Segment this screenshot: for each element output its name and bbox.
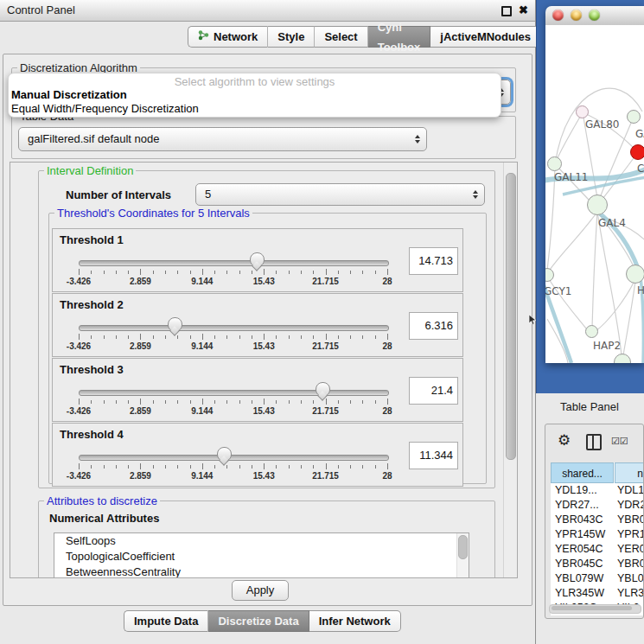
slider-tick xyxy=(350,271,351,274)
column-header-name[interactable]: na xyxy=(615,462,644,483)
tab-jactivemnodules[interactable]: jActiveMNodules xyxy=(430,26,541,48)
slider-tick xyxy=(177,271,178,274)
threshold-slider-thumb[interactable] xyxy=(316,382,330,397)
network-node[interactable] xyxy=(627,110,641,124)
scrollbar-thumb[interactable] xyxy=(552,606,632,610)
threshold-card: Threshold 3-3.4262.8599.14415.4321.71528… xyxy=(52,358,463,422)
gear-icon[interactable]: ⚙ xyxy=(558,431,571,450)
slider-tick-label: 21.715 xyxy=(304,471,348,481)
network-node-selected[interactable] xyxy=(630,144,644,160)
cell-shared-name: YLR345W xyxy=(555,586,604,601)
zoom-traffic-light[interactable] xyxy=(589,10,600,21)
slider-tick xyxy=(128,400,129,404)
slider-tick xyxy=(375,465,376,469)
table-row[interactable]: YBL079WYBL0 xyxy=(551,571,644,586)
slider-tick xyxy=(128,271,129,274)
panel-title: Control Panel xyxy=(7,3,75,16)
tab-network[interactable]: Network xyxy=(188,26,268,48)
threshold-slider-track[interactable] xyxy=(79,455,389,461)
slider-tick xyxy=(177,400,178,404)
threshold-label: Threshold 4 xyxy=(60,428,124,441)
attribute-list-item[interactable]: SelfLoops xyxy=(54,533,469,549)
tab-infer-network[interactable]: Infer Network xyxy=(309,610,401,632)
node-table: shared... na YDL19...YDL1YDR27...YDR2YBR… xyxy=(551,462,644,604)
slider-tick xyxy=(362,335,363,339)
slider-tick-label: 9.144 xyxy=(181,406,224,416)
slider-tick xyxy=(91,271,92,274)
float-window-icon[interactable] xyxy=(501,6,512,16)
tab-impute-data[interactable]: Impute Data xyxy=(124,610,208,632)
slider-tick xyxy=(104,271,105,274)
threshold-slider-track[interactable] xyxy=(79,390,389,396)
table-row[interactable]: YPR145WYPR1 xyxy=(551,527,644,542)
slider-tick xyxy=(226,400,227,404)
slider-tick xyxy=(326,399,327,405)
table-row[interactable]: YLR345WYLR3 xyxy=(551,586,644,601)
tab-style[interactable]: Style xyxy=(268,26,315,48)
cell-shared-name: YDL19... xyxy=(555,483,597,498)
threshold-value-field[interactable]: 6.316 xyxy=(409,312,458,340)
slider-tick xyxy=(140,269,141,275)
threshold-slider-track[interactable] xyxy=(79,260,389,266)
bottom-tab-bar: Impute DataDiscretize DataInfer Network xyxy=(124,610,401,632)
slider-tick xyxy=(202,269,203,275)
slider-tick xyxy=(326,334,327,340)
threshold-slider-thumb[interactable] xyxy=(168,317,182,332)
interval-definition-title: Interval Definition xyxy=(44,164,136,177)
threshold-value-field[interactable]: 11.344 xyxy=(409,442,458,469)
threshold-slider-track[interactable] xyxy=(79,325,389,331)
attribute-list-item[interactable]: BetweennessCentrality xyxy=(54,564,469,578)
slider-tick-label: -3.426 xyxy=(57,277,100,286)
close-icon[interactable]: ✖ xyxy=(519,3,528,16)
table-panel-title: Table Panel xyxy=(560,400,619,413)
top-tab-bar: NetworkStyleSelectCyni ToolboxjActiveMNo… xyxy=(188,26,541,48)
network-node[interactable] xyxy=(626,265,644,284)
columns-icon[interactable] xyxy=(586,434,602,450)
network-node[interactable] xyxy=(587,194,608,215)
slider-tick xyxy=(338,465,339,469)
slider-tick xyxy=(226,271,227,274)
attribute-list-item[interactable]: TopologicalCoefficient xyxy=(54,549,469,564)
settings-vertical-scrollbar[interactable] xyxy=(503,163,517,577)
network-node[interactable] xyxy=(585,325,598,338)
network-node[interactable] xyxy=(547,156,562,171)
threshold-slider-thumb[interactable] xyxy=(217,447,232,462)
table-row[interactable]: YDL19...YDL1 xyxy=(551,483,644,498)
attributes-scrollbar[interactable] xyxy=(456,533,469,578)
tab-select[interactable]: Select xyxy=(315,26,367,48)
num-intervals-combobox[interactable]: 5 xyxy=(195,183,485,206)
network-node[interactable] xyxy=(576,105,589,118)
column-header-shared-name[interactable]: shared... xyxy=(551,462,614,483)
checkboxes-icon[interactable]: ☑☑ xyxy=(611,436,628,447)
slider-tick xyxy=(190,335,191,339)
node-label-partial: C xyxy=(637,163,644,175)
threshold-slider-thumb[interactable] xyxy=(250,252,265,267)
tab-discretize-data[interactable]: Discretize Data xyxy=(208,610,309,632)
table-panel-titlebar: Table Panel xyxy=(536,393,644,420)
close-traffic-light[interactable] xyxy=(552,10,564,21)
slider-tick xyxy=(91,400,92,404)
slider-tick xyxy=(116,335,117,339)
scrollbar-thumb[interactable] xyxy=(506,173,516,460)
scrollbar-thumb[interactable] xyxy=(458,535,468,559)
table-row[interactable]: YER054CYER0 xyxy=(551,542,644,557)
slider-tick-label: 9.144 xyxy=(181,471,224,481)
table-horizontal-scrollbar[interactable] xyxy=(549,604,641,614)
table-data-combobox[interactable]: galFiltered.sif default node xyxy=(18,127,427,151)
threshold-value-field[interactable]: 14.713 xyxy=(409,247,458,275)
threshold-value-field[interactable]: 21.4 xyxy=(409,377,458,405)
minimize-traffic-light[interactable] xyxy=(571,10,582,21)
slider-tick xyxy=(326,463,327,469)
dropdown-option-manual[interactable]: Manual Discretization xyxy=(9,88,501,102)
table-row[interactable]: YBR043CYBR0 xyxy=(551,513,644,527)
network-canvas[interactable]: GAL80 GAL11 GAL4 GCY1 HAP2 GA C H xyxy=(545,25,644,363)
slider-tick-label: -3.426 xyxy=(57,406,100,416)
apply-button[interactable]: Apply xyxy=(232,580,289,601)
dropdown-option-equal-width[interactable]: Equal Width/Frequency Discretization xyxy=(9,102,501,116)
network-view-window: GAL80 GAL11 GAL4 GCY1 HAP2 GA C H xyxy=(545,6,644,363)
table-row[interactable]: YDR27...YDR2 xyxy=(551,498,644,513)
cell-name: YDL1 xyxy=(617,483,644,498)
cell-name: YBR0 xyxy=(617,513,644,527)
tab-cyni-toolbox[interactable]: Cyni Toolbox xyxy=(368,26,431,48)
table-row[interactable]: YBR045CYBR0 xyxy=(551,557,644,571)
